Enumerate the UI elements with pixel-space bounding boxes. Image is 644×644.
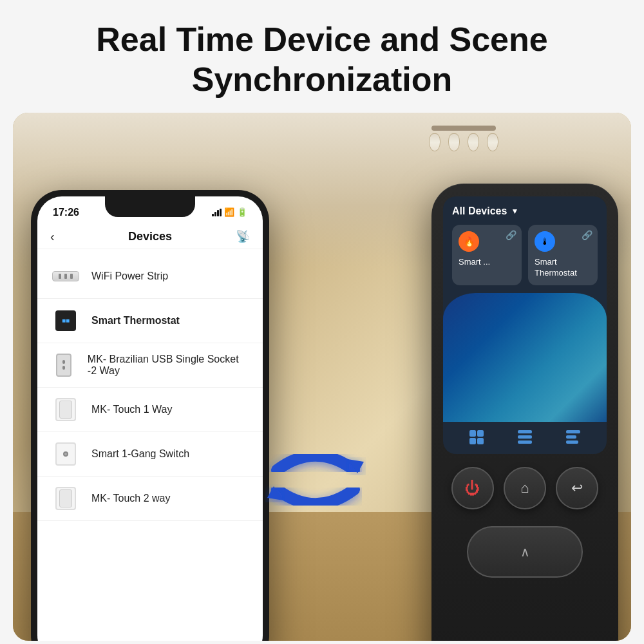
device-icon-power-strip <box>50 263 81 289</box>
phone-notch <box>105 196 195 217</box>
list-item[interactable]: WiFi Power Strip <box>37 254 263 299</box>
device-name: WiFi Power Strip <box>91 270 168 282</box>
device-name: Smart Thermostat <box>91 315 180 327</box>
screen-card-1[interactable]: 🔗 🔥 Smart ... <box>452 225 522 285</box>
device-list: WiFi Power Strip ■■ Smart Thermostat <box>37 249 263 526</box>
card-label-1: Smart ... <box>459 257 515 268</box>
chandelier <box>425 126 502 190</box>
home-icon: ⌂ <box>520 480 529 497</box>
card-link-icon: 🔗 <box>582 230 592 240</box>
screen-card-2[interactable]: 🔗 🌡 Smart Thermostat <box>528 225 598 285</box>
back-button-remote[interactable]: ↩ <box>556 467 598 509</box>
device-name: MK- Touch 2 way <box>91 493 170 504</box>
power-button[interactable]: ⏻ <box>451 467 494 509</box>
chandelier-drop <box>468 133 479 151</box>
card-link-icon: 🔗 <box>506 230 516 240</box>
sync-arrows-svg <box>264 435 367 525</box>
card-device-icon-blue: 🌡 <box>535 231 555 252</box>
screen-bottom-nav <box>452 428 598 446</box>
list-nav-icon[interactable] <box>513 428 536 446</box>
device-name: MK- Brazilian USB Single Socket -2 Way <box>88 354 250 377</box>
chandelier-bar <box>431 126 496 131</box>
screen-gradient <box>443 293 607 422</box>
remote-control: All Devices ▼ 🔗 🔥 Smart ... <box>431 184 618 641</box>
dpad[interactable]: ∧ <box>467 526 583 578</box>
page-header: Real Time Device and Scene Synchronizati… <box>0 0 644 113</box>
list-item[interactable]: ■■ Smart Thermostat <box>37 299 263 343</box>
device-icon-socket <box>50 352 77 378</box>
dropdown-arrow-icon[interactable]: ▼ <box>511 207 518 216</box>
chandelier-drops <box>425 133 502 151</box>
remote-buttons-row: ⏻ ⌂ ↩ <box>431 454 618 520</box>
list-item[interactable]: MK- Touch 2 way <box>37 477 263 521</box>
device-name: Smart 1-Gang Switch <box>91 448 189 460</box>
remote-screen: All Devices ▼ 🔗 🔥 Smart ... <box>443 196 607 454</box>
home-button[interactable]: ⌂ <box>504 467 546 509</box>
card-label-2: Smart Thermostat <box>535 257 591 279</box>
list-item[interactable]: MK- Touch 1 Way <box>37 388 263 432</box>
dpad-up-icon: ∧ <box>520 544 530 560</box>
status-time: 17:26 <box>53 207 79 218</box>
main-illustration: 17:26 📶 🔋 ‹ Device <box>13 113 631 641</box>
power-icon: ⏻ <box>465 479 480 497</box>
wifi-settings-icon[interactable]: 📡 <box>236 229 250 243</box>
phone-navbar: ‹ Devices 📡 <box>37 225 263 249</box>
list-item[interactable]: MK- Brazilian USB Single Socket -2 Way <box>37 343 263 388</box>
battery-icon: 🔋 <box>237 207 247 217</box>
screen-header: All Devices ▼ <box>452 205 598 217</box>
screen-title: All Devices <box>452 205 507 217</box>
device-icon-thermostat: ■■ <box>50 308 81 334</box>
signal-icon <box>212 209 222 216</box>
device-icon-switch2 <box>50 486 81 511</box>
chandelier-drop <box>429 133 440 151</box>
back-button[interactable]: ‹ <box>50 229 55 244</box>
device-name: MK- Touch 1 Way <box>91 404 172 415</box>
page-wrapper: Real Time Device and Scene Synchronizati… <box>0 0 644 644</box>
sync-arrows <box>258 428 374 531</box>
list-item[interactable]: Smart 1-Gang Switch <box>37 432 263 477</box>
screen-cards-grid: 🔗 🔥 Smart ... 🔗 🌡 Smart <box>452 225 598 285</box>
page-title: Real Time Device and Scene Synchronizati… <box>39 19 605 100</box>
navbar-title: Devices <box>128 230 172 243</box>
device-icon-1gang <box>50 441 81 467</box>
phone-device: 17:26 📶 🔋 ‹ Device <box>31 190 269 641</box>
card-device-icon-orange: 🔥 <box>459 231 479 252</box>
grid-nav-icon[interactable] <box>465 428 488 446</box>
status-icons: 📶 🔋 <box>212 207 247 217</box>
wifi-status-icon: 📶 <box>224 207 234 217</box>
chandelier-drop <box>487 133 498 151</box>
sync-icon <box>264 435 367 525</box>
device-icon-switch <box>50 397 81 422</box>
back-icon: ↩ <box>571 480 583 497</box>
menu-nav-icon[interactable] <box>562 428 585 446</box>
chandelier-drop <box>448 133 460 151</box>
